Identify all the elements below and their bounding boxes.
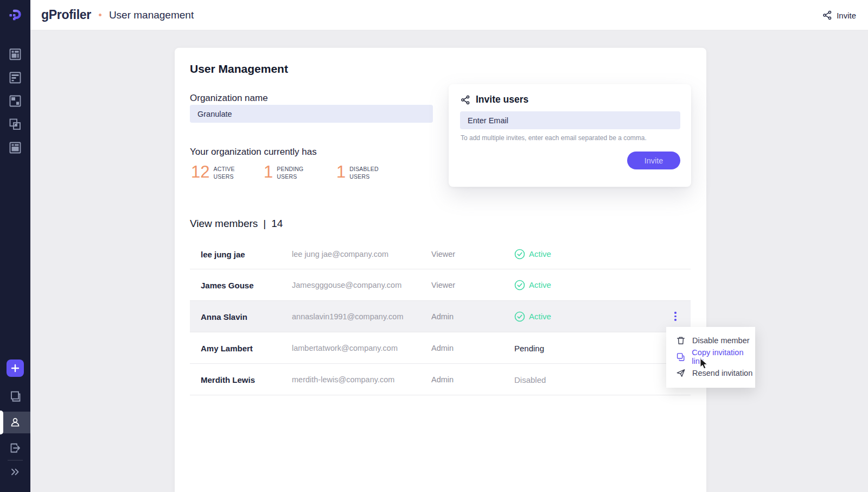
send-icon	[676, 368, 686, 378]
member-name: Anna Slavin	[201, 312, 247, 321]
stat-value: 1	[336, 163, 346, 180]
members-table: lee jung jae lee jung jae@company.com Vi…	[190, 239, 691, 395]
stat-value: 12	[191, 163, 209, 180]
member-role: Admin	[431, 312, 454, 321]
member-email: merdith-lewis@company.com	[292, 375, 394, 384]
stat-value: 1	[264, 163, 273, 180]
brand-separator-dot	[99, 14, 101, 16]
invite-users-card: Invite users To add multiple invites, en…	[449, 84, 691, 187]
member-email: lee jung jae@company.com	[292, 250, 388, 258]
check-circle-icon	[514, 311, 525, 322]
member-name: James Gouse	[201, 280, 254, 289]
add-button[interactable]	[7, 359, 24, 377]
member-email: Jamesgggouse@company.com	[292, 281, 401, 289]
app-logo[interactable]	[0, 0, 30, 30]
member-status: Active	[514, 311, 551, 322]
double-chevron-right-icon	[10, 466, 21, 477]
invite-submit-button[interactable]: Invite	[627, 152, 680, 169]
members-heading: View members|14	[190, 218, 283, 230]
member-status: Pending	[514, 343, 544, 352]
check-circle-icon	[514, 280, 525, 291]
sidebar-active-indicator	[0, 411, 3, 434]
invite-hint-text: To add multiple invites, enter each emai…	[461, 134, 647, 142]
logout-icon	[9, 442, 21, 454]
copy-icon	[676, 352, 685, 362]
stat-active-users: 12 ACTIVEUSERS	[191, 163, 235, 180]
stat-label: PENDINGUSERS	[277, 163, 303, 180]
member-name: Amy Lambert	[201, 343, 253, 352]
member-email: lambertatwork@company.com	[292, 344, 398, 352]
table-row[interactable]: lee jung jae lee jung jae@company.com Vi…	[190, 239, 691, 269]
card-title: User Management	[190, 62, 288, 75]
sidebar-divider	[8, 460, 23, 461]
sidebar-item-dashboard[interactable]	[0, 43, 30, 65]
invite-card-title: Invite users	[461, 94, 528, 105]
member-status: Active	[514, 280, 551, 291]
topbar: gProfiler User management Invite	[30, 0, 868, 30]
member-name: lee jung jae	[201, 249, 245, 258]
trash-icon	[676, 336, 686, 345]
organization-name-input[interactable]	[190, 105, 433, 123]
row-actions-context-menu: Disable member Copy invitation link Rese…	[666, 327, 755, 388]
sidebar-item-logout[interactable]	[0, 437, 30, 459]
member-role: Admin	[431, 375, 454, 384]
menu-item-resend-invitation[interactable]: Resend invitation	[666, 365, 755, 381]
member-role: Admin	[431, 344, 454, 352]
table-row[interactable]: Amy Lambert lambertatwork@company.com Ad…	[190, 332, 691, 364]
sidebar-item-compare[interactable]	[0, 113, 30, 135]
sidebar-item-pages[interactable]	[0, 386, 30, 407]
stat-label: DISABLEDUSERS	[349, 163, 379, 180]
corner-frames-icon	[9, 95, 21, 107]
row-actions-menu-button[interactable]	[669, 310, 682, 324]
member-status: Disabled	[514, 375, 546, 384]
share-icon	[461, 95, 470, 105]
member-role: Viewer	[431, 250, 455, 258]
stat-label: ACTIVEUSERS	[213, 163, 234, 180]
pages-icon	[9, 390, 21, 402]
report-rows-icon	[9, 72, 21, 84]
sidebar-item-users[interactable]	[0, 412, 30, 433]
plus-icon	[11, 364, 20, 373]
table-row[interactable]: Merdith Lewis merdith-lewis@company.com …	[190, 364, 691, 395]
window-panel-icon	[9, 142, 21, 154]
sidebar-item-panel[interactable]	[0, 137, 30, 159]
topbar-invite-button[interactable]: Invite	[822, 0, 856, 30]
table-row-selected[interactable]: Anna Slavin annaslavin1991@company.com A…	[190, 301, 691, 332]
sidebar	[0, 0, 30, 492]
organization-name-label: Organization name	[190, 93, 268, 104]
check-circle-icon	[514, 249, 525, 260]
stat-disabled-users: 1 DISABLEDUSERS	[336, 163, 379, 180]
member-role: Viewer	[431, 281, 455, 289]
share-icon	[822, 10, 832, 20]
dashboard-icon	[9, 48, 21, 60]
stat-pending-users: 1 PENDINGUSERS	[264, 163, 304, 180]
brand-name: gProfiler	[41, 8, 91, 22]
sidebar-collapse-toggle[interactable]	[0, 461, 30, 483]
table-row[interactable]: James Gouse Jamesgggouse@company.com Vie…	[190, 269, 691, 301]
mouse-cursor-icon	[699, 358, 709, 370]
member-name: Merdith Lewis	[201, 375, 255, 384]
page-title: User management	[109, 9, 194, 21]
sidebar-item-reports[interactable]	[0, 67, 30, 89]
screen: gProfiler User management Invite User Ma…	[0, 0, 868, 492]
member-email: annaslavin1991@company.com	[292, 312, 404, 321]
menu-item-disable-member[interactable]: Disable member	[666, 332, 755, 349]
gprofiler-logo-icon	[7, 7, 24, 24]
stats-heading: Your organization currently has	[190, 147, 317, 157]
topbar-invite-label: Invite	[837, 11, 856, 20]
menu-item-copy-invitation-link[interactable]: Copy invitation link	[666, 349, 755, 365]
invite-email-input[interactable]	[460, 111, 680, 129]
member-status: Active	[514, 249, 551, 260]
sidebar-item-frames[interactable]	[0, 90, 30, 112]
overlap-squares-icon	[9, 118, 21, 130]
user-icon	[9, 417, 21, 428]
